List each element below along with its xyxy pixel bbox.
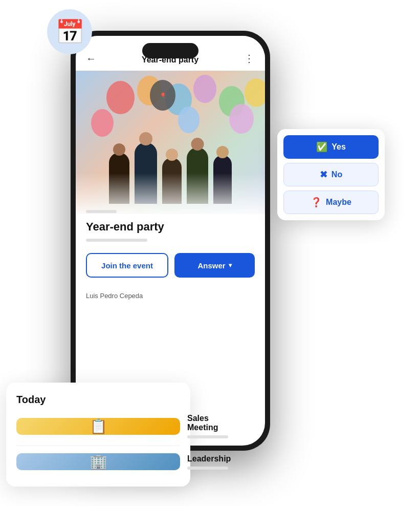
- join-event-button[interactable]: Join the event: [86, 253, 168, 278]
- leadership-thumbnail: 🏢: [16, 453, 180, 470]
- meta-bar: [86, 210, 117, 213]
- sales-meeting-info: Sales Meeting: [187, 414, 228, 438]
- answer-button[interactable]: Answer ▾: [174, 253, 255, 278]
- sales-meeting-thumbnail: 📋: [16, 418, 180, 435]
- meeting-name: Leadership: [187, 454, 231, 463]
- balloon: [106, 81, 135, 114]
- action-buttons: Join the event Answer ▾: [86, 253, 255, 278]
- rsvp-yes-button[interactable]: ✅ Yes: [283, 135, 379, 159]
- leadership-info: Leadership: [187, 454, 231, 470]
- sticky-notes-icon: 📋: [90, 418, 107, 435]
- balloon-dark: 🎈: [150, 80, 175, 111]
- detail-bar: [86, 239, 147, 242]
- maybe-label: Maybe: [326, 198, 351, 207]
- balloon: [178, 107, 200, 133]
- chevron-down-icon: ▾: [229, 262, 232, 269]
- person-head: [216, 146, 229, 158]
- scene: 📅 ← Year-end party ⋮: [0, 0, 420, 506]
- back-button[interactable]: ←: [86, 53, 96, 65]
- meeting-name: Sales Meeting: [187, 414, 228, 432]
- office-icon: 🏢: [90, 453, 107, 470]
- divider: [16, 446, 180, 446]
- rsvp-dropdown: ✅ Yes ✖ No ❓ Maybe: [277, 129, 385, 220]
- calendar-icon: 📅: [55, 20, 84, 44]
- event-image: 🎈: [76, 71, 265, 214]
- balloon: [245, 78, 265, 107]
- organizer-name: Luis Pedro Cepeda: [86, 292, 143, 300]
- list-item[interactable]: 🏢 Leadership: [16, 453, 180, 470]
- meeting-time-bar: [187, 467, 228, 470]
- event-content: Year-end party Join the event Answer ▾: [76, 210, 265, 278]
- calendar-badge: 📅: [47, 9, 92, 54]
- today-label: Today: [16, 394, 180, 406]
- meeting-time-bar: [187, 435, 228, 438]
- x-circle-icon: ✖: [320, 169, 327, 180]
- balloon: [229, 104, 254, 134]
- answer-label: Answer: [197, 261, 225, 270]
- question-circle-icon: ❓: [311, 197, 322, 208]
- dynamic-island: [142, 43, 198, 58]
- balloon: [193, 75, 216, 103]
- rsvp-no-button[interactable]: ✖ No: [283, 163, 379, 186]
- person-head: [166, 149, 178, 161]
- yes-label: Yes: [331, 142, 346, 152]
- person-head: [191, 138, 204, 151]
- more-button[interactable]: ⋮: [244, 52, 255, 65]
- list-item[interactable]: 📋 Sales Meeting: [16, 414, 180, 438]
- person-head: [139, 132, 152, 145]
- person-head: [113, 143, 125, 156]
- checkmark-circle-icon: ✅: [316, 141, 327, 153]
- event-title: Year-end party: [86, 220, 255, 234]
- no-label: No: [331, 170, 342, 179]
- image-fade-overlay: [76, 173, 265, 214]
- organizer-line: Luis Pedro Cepeda: [86, 292, 255, 300]
- today-card: Today 📋 Sales Meeting 🏢 Leadership: [6, 383, 190, 487]
- rsvp-maybe-button[interactable]: ❓ Maybe: [283, 191, 379, 214]
